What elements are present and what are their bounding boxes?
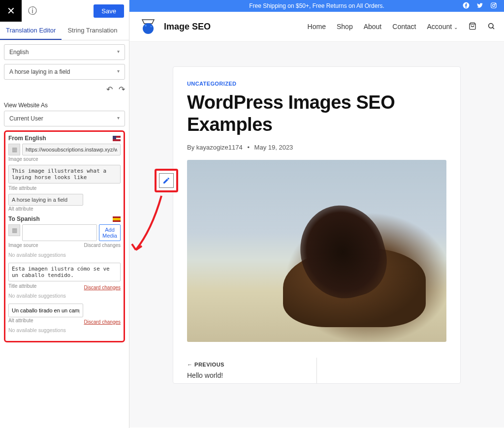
no-suggestions-text: No available suggestions [8,327,121,333]
sidebar-tabs: Translation Editor String Translation [0,22,129,40]
nav-contact[interactable]: Contact [392,23,416,31]
post-date: May 19, 2023 [254,144,293,151]
sidebar-topbar: ✕ ⓘ Save [0,0,129,22]
translation-sidebar: ✕ ⓘ Save Translation Editor String Trans… [0,0,129,428]
add-media-button[interactable]: Add Media [99,224,121,241]
no-suggestions-text: No available suggestions [8,252,121,258]
language-select[interactable]: English [4,44,125,60]
tab-translation-editor[interactable]: Translation Editor [0,22,62,40]
sidebar-panel: English A horse laying in a field ↶ ↷ Vi… [0,40,129,346]
promo-text: Free Shipping on $50+, Free Returns on A… [249,2,384,9]
discard-changes-link[interactable]: Discard changes [84,243,121,248]
post-title: WordPress Images SEO Examples [187,92,446,136]
flag-us-icon [113,136,121,141]
to-title-label: Title attribute [8,283,36,289]
view-as-select[interactable]: Current User [4,111,125,126]
svg-point-4 [143,23,154,34]
from-alt-label: Alt attribute [8,206,121,212]
from-title-textarea: This image illustrates what a laying hor… [8,165,121,183]
post-card: UNCATEGORIZED WordPress Images SEO Examp… [173,66,461,384]
site-brand[interactable]: Image SEO [164,22,211,32]
previous-link[interactable]: ← PREVIOUS [187,362,316,367]
nav-about[interactable]: About [364,23,382,31]
translation-fields-highlight: From English ▦ Image source This image i… [4,130,125,342]
svg-point-2 [493,4,495,6]
from-image-source-input [22,144,121,155]
promo-bar: Free Shipping on $50+, Free Returns on A… [129,0,504,12]
svg-point-8 [489,23,493,28]
nav-account[interactable]: Account ⌄ [427,23,458,31]
pencil-icon [162,177,170,184]
to-title-textarea[interactable]: Esta imagen ilustra cómo se ve un caball… [8,263,121,281]
site-preview: Free Shipping on $50+, Free Returns on A… [129,0,504,428]
nav-shop[interactable]: Shop [337,23,353,31]
to-alt-input[interactable] [8,304,83,317]
from-image-source-label: Image source [8,156,121,162]
post-navigation: ← PREVIOUS Hello world! [187,358,446,383]
redo-icon[interactable]: ↷ [119,85,125,93]
social-links [463,2,497,10]
post-byline: By kayazogize1174 • May 19, 2023 [187,144,446,151]
to-image-source-input[interactable] [22,224,97,241]
twitter-icon[interactable] [476,2,483,10]
item-select[interactable]: A horse laying in a field [4,64,125,80]
svg-point-3 [495,3,496,4]
cart-icon[interactable] [469,22,476,31]
to-heading: To Spanish [8,215,40,222]
previous-title[interactable]: Hello world! [187,371,316,379]
undo-redo-row: ↶ ↷ [4,84,125,99]
from-title-label: Title attribute [8,185,121,191]
no-suggestions-text: No available suggestions [8,293,121,299]
separator: • [247,144,250,151]
post-category[interactable]: UNCATEGORIZED [187,81,446,87]
discard-changes-link[interactable]: Discard changes [84,319,121,325]
site-nav: Image SEO Home Shop About Contact Accoun… [129,12,504,42]
to-image-source-label: Image source [8,243,38,248]
search-icon[interactable] [487,22,495,31]
save-button[interactable]: Save [94,4,124,18]
by-label: By [187,144,194,151]
discard-changes-link[interactable]: Discard changes [84,285,121,290]
from-alt-input [8,194,83,206]
image-thumb-icon: ▦ [8,224,20,236]
post-author[interactable]: kayazogize1174 [196,144,243,151]
info-icon[interactable]: ⓘ [22,0,43,22]
svg-point-6 [151,26,152,28]
from-heading: From English [8,135,46,142]
post-hero-image[interactable] [187,160,446,342]
tab-string-translation[interactable]: String Translation [62,22,123,40]
flag-es-icon [113,216,121,222]
view-as-label: View Website As [4,102,125,109]
image-thumb-icon: ▦ [8,144,20,155]
to-alt-label: Alt attribute [8,318,33,323]
close-button[interactable]: ✕ [0,0,22,22]
facebook-icon[interactable] [463,2,470,10]
chevron-down-icon: ⌄ [454,25,458,30]
nav-links: Home Shop About Contact Account ⌄ [308,22,495,31]
instagram-icon[interactable] [490,2,497,10]
site-content: UNCATEGORIZED WordPress Images SEO Examp… [129,42,504,428]
undo-icon[interactable]: ↶ [106,85,113,93]
svg-point-5 [145,25,147,27]
svg-line-9 [493,27,494,29]
edit-image-callout[interactable] [155,169,178,192]
nav-home[interactable]: Home [308,23,326,31]
site-logo-icon[interactable] [138,17,158,36]
